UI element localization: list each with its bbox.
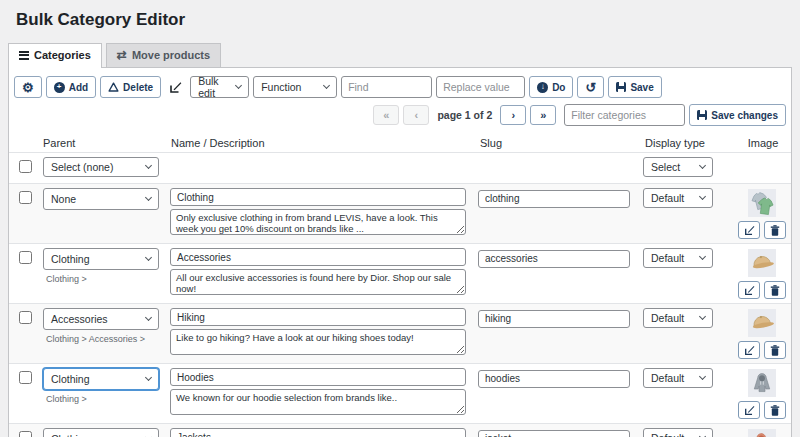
edit-mode-button[interactable] xyxy=(169,81,182,94)
settings-button[interactable]: ⚙ xyxy=(14,76,42,98)
parent-select[interactable]: None xyxy=(43,188,159,210)
delete-category-button[interactable] xyxy=(764,221,786,239)
header-name-description: Name / Description xyxy=(169,137,478,149)
category-name-input[interactable] xyxy=(170,188,466,206)
delete-category-button[interactable] xyxy=(764,281,786,299)
edit-category-button[interactable] xyxy=(738,281,760,299)
parent-value: Clothing xyxy=(51,253,90,265)
chevron-down-icon xyxy=(145,314,152,321)
filter-parent-select[interactable]: Select (none) xyxy=(43,157,159,177)
chevron-down-icon xyxy=(145,194,152,201)
chevron-down-icon xyxy=(323,82,330,89)
delete-category-button[interactable] xyxy=(764,341,786,359)
find-input[interactable] xyxy=(341,76,432,98)
chevron-down-icon xyxy=(145,162,152,169)
row-checkbox[interactable] xyxy=(19,311,32,324)
parent-select[interactable]: Clothing xyxy=(43,368,159,390)
filter-row: Select (none) Select xyxy=(9,152,791,183)
display-type-value: Default xyxy=(651,252,684,264)
chevron-down-icon xyxy=(235,82,242,89)
slug-input[interactable] xyxy=(478,190,630,208)
category-image-cap[interactable] xyxy=(748,309,776,337)
save-disk-icon xyxy=(697,110,707,120)
display-type-value: Default xyxy=(651,192,684,204)
category-name-input[interactable] xyxy=(170,308,466,326)
category-name-input[interactable] xyxy=(170,248,466,266)
display-type-select[interactable]: Default xyxy=(643,248,713,268)
toolbar: ⚙ + Add Delete Bulk edit Function xyxy=(9,68,791,104)
header-slug: Slug xyxy=(478,137,643,149)
next-page-button[interactable]: › xyxy=(500,105,526,125)
filter-categories-input[interactable] xyxy=(564,104,685,126)
bulk-edit-select[interactable]: Bulk edit xyxy=(190,76,249,98)
category-image-hoodie-gray[interactable] xyxy=(748,369,776,397)
save-changes-button[interactable]: Save changes xyxy=(689,104,786,126)
prev-page-button[interactable]: ‹ xyxy=(403,105,429,125)
display-type-select[interactable]: Default xyxy=(643,308,713,328)
row-checkbox[interactable] xyxy=(19,431,32,437)
add-button[interactable]: + Add xyxy=(46,76,96,98)
chevron-down-icon xyxy=(145,254,152,261)
function-value: Function xyxy=(261,81,301,93)
bulk-edit-value: Bulk edit xyxy=(198,75,230,99)
table-header: Parent Name / Description Slug Display t… xyxy=(9,133,791,152)
row-checkbox[interactable] xyxy=(19,371,32,384)
category-description-textarea[interactable]: Only exclusive clothing in from brand LE… xyxy=(170,209,466,235)
save-button[interactable]: Save xyxy=(608,76,661,98)
row-checkbox[interactable] xyxy=(19,251,32,264)
jacket-image xyxy=(750,431,774,437)
parent-select[interactable]: Clothing xyxy=(43,248,159,270)
category-image-shirts[interactable] xyxy=(748,189,776,217)
parent-select[interactable]: Clothing xyxy=(43,428,159,437)
row-checkbox[interactable] xyxy=(19,191,32,204)
trash-icon xyxy=(770,285,780,296)
function-select[interactable]: Function xyxy=(253,76,337,98)
do-button[interactable]: ↓ Do xyxy=(529,76,573,98)
filter-parent-value: Select (none) xyxy=(51,161,113,173)
display-type-select[interactable]: Default xyxy=(643,368,713,388)
cap-image xyxy=(749,310,775,336)
category-image-hoodie-red[interactable] xyxy=(748,429,776,437)
editor-panel: ⚙ + Add Delete Bulk edit Function xyxy=(8,67,792,437)
edit-category-button[interactable] xyxy=(738,401,760,419)
delete-button[interactable]: Delete xyxy=(100,76,161,98)
category-image-cap[interactable] xyxy=(748,249,776,277)
tab-move-products-label: Move products xyxy=(132,49,210,61)
table-row: Clothing Clothing > See our Jacket brand… xyxy=(9,423,791,437)
slug-input[interactable] xyxy=(478,250,630,268)
category-description-textarea[interactable]: We known for our hoodie selection from b… xyxy=(170,389,466,415)
replace-input[interactable] xyxy=(436,76,525,98)
parent-value: Clothing xyxy=(51,373,90,385)
category-description-textarea[interactable]: Like to go hiking? Have a look at our hi… xyxy=(170,329,466,355)
slug-input[interactable] xyxy=(478,430,630,437)
tab-categories[interactable]: Categories xyxy=(8,43,102,68)
save-button-label: Save xyxy=(630,82,653,93)
first-page-button[interactable]: « xyxy=(373,105,399,125)
chevron-down-icon xyxy=(699,373,706,380)
category-description-textarea[interactable]: All our exclusive accessories is found h… xyxy=(170,269,466,295)
filter-display-type-select[interactable]: Select xyxy=(643,157,713,177)
delete-category-button[interactable] xyxy=(764,401,786,419)
last-page-button[interactable]: » xyxy=(530,105,556,125)
category-name-input[interactable] xyxy=(170,428,466,437)
chevron-down-icon xyxy=(699,433,706,437)
display-type-value: Default xyxy=(651,372,684,384)
tab-move-products[interactable]: ⇄ Move products xyxy=(106,43,221,67)
display-type-value: Default xyxy=(651,312,684,324)
page-status: page 1 of 2 xyxy=(437,109,492,121)
undo-button[interactable]: ↺ xyxy=(577,76,604,98)
display-type-select[interactable]: Default xyxy=(643,428,713,437)
chevron-down-icon xyxy=(699,313,706,320)
category-name-input[interactable] xyxy=(170,368,466,386)
category-path: Clothing > xyxy=(46,394,169,404)
page-title: Bulk Category Editor xyxy=(0,0,800,30)
edit-category-button[interactable] xyxy=(738,221,760,239)
table-row: Clothing Clothing > All our exclusive ac… xyxy=(9,243,791,303)
slug-input[interactable] xyxy=(478,310,630,328)
display-type-select[interactable]: Default xyxy=(643,188,713,208)
select-all-checkbox[interactable] xyxy=(19,160,32,173)
cap-image xyxy=(749,250,775,276)
slug-input[interactable] xyxy=(478,370,630,388)
parent-select[interactable]: Accessories xyxy=(43,308,159,330)
edit-category-button[interactable] xyxy=(738,341,760,359)
